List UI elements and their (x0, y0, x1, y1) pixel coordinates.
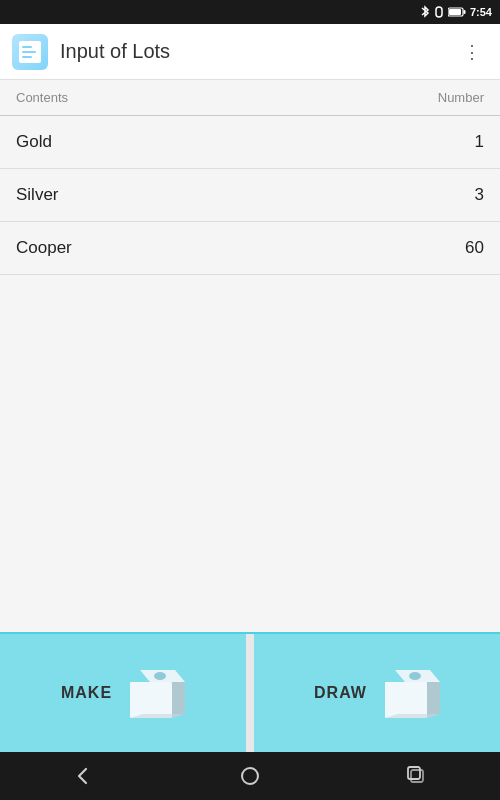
draw-button[interactable]: DRAW (254, 634, 500, 752)
nav-bar (0, 752, 500, 800)
svg-rect-7 (22, 56, 32, 58)
back-button[interactable] (53, 756, 113, 796)
row-gold-contents: Gold (16, 132, 52, 152)
svg-rect-9 (130, 682, 172, 718)
svg-rect-14 (385, 682, 427, 718)
app-title: Input of Lots (60, 40, 444, 63)
svg-point-11 (154, 672, 166, 680)
row-silver-contents: Silver (16, 185, 59, 205)
home-button[interactable] (220, 756, 280, 796)
svg-rect-20 (408, 767, 420, 779)
svg-rect-3 (449, 9, 461, 15)
make-box-icon (120, 664, 185, 722)
overflow-menu-button[interactable]: ⋮ (456, 36, 488, 68)
status-time: 7:54 (470, 6, 492, 18)
svg-marker-10 (172, 682, 185, 718)
svg-marker-15 (427, 682, 440, 718)
status-bar: 7:54 (0, 0, 500, 24)
row-cooper-number: 60 (465, 238, 484, 258)
row-cooper-contents: Cooper (16, 238, 72, 258)
svg-point-18 (242, 768, 258, 784)
row-gold-number: 1 (475, 132, 484, 152)
draw-box-icon (375, 664, 440, 722)
table-header: Contents Number (0, 80, 500, 115)
table-container: Contents Number Gold 1 Silver 3 Cooper 6… (0, 80, 500, 632)
make-button[interactable]: MAKE (0, 634, 246, 752)
svg-rect-5 (22, 46, 32, 48)
svg-rect-2 (463, 10, 465, 14)
table-row: Gold 1 (0, 116, 500, 169)
svg-point-16 (409, 672, 421, 680)
app-icon (12, 34, 48, 70)
app-bar: Input of Lots ⋮ (0, 24, 500, 80)
svg-rect-19 (411, 770, 423, 782)
header-contents: Contents (16, 90, 68, 105)
recents-button[interactable] (387, 756, 447, 796)
svg-rect-6 (22, 51, 36, 53)
draw-button-label: DRAW (314, 684, 367, 702)
silent-icon (434, 5, 444, 19)
main-content: Contents Number Gold 1 Silver 3 Cooper 6… (0, 80, 500, 752)
table-row: Silver 3 (0, 169, 500, 222)
svg-rect-0 (436, 7, 442, 17)
table-row: Cooper 60 (0, 222, 500, 275)
row-silver-number: 3 (475, 185, 484, 205)
header-number: Number (438, 90, 484, 105)
battery-icon (448, 6, 466, 18)
bluetooth-icon (420, 5, 430, 19)
make-button-label: MAKE (61, 684, 112, 702)
bottom-action-area: MAKE DRAW (0, 632, 500, 752)
